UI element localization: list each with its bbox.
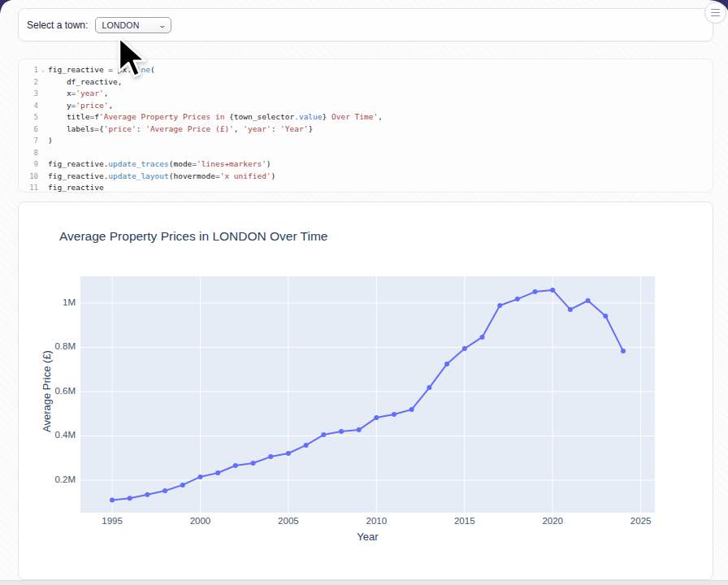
data-point-marker [110,498,115,503]
town-selector-label: Select a town: [27,20,88,31]
code-line[interactable]: 7) [19,135,713,147]
data-point-marker [410,407,414,412]
x-tick-label: 2010 [358,516,394,526]
code-text: fig_reactive [48,182,713,194]
line-number: 6 [19,124,38,136]
code-text: fig_reactive = px.line( [48,64,713,76]
plot-area[interactable] [80,276,655,513]
code-text: fig_reactive.update_layout(hovermode='x … [48,171,713,183]
line-number: 8 [19,147,38,159]
data-point-marker [321,432,326,437]
horizontal-scrollbar-track[interactable] [0,580,728,585]
mouse-cursor-icon [117,37,147,83]
code-text: y='price', [48,100,713,112]
data-point-marker [357,427,362,432]
data-point-marker [568,307,573,312]
y-axis-title: Average Price (£) [41,302,53,481]
code-line[interactable]: 5 title=f'Average Property Prices in {to… [19,111,713,124]
gutter-spacer [38,100,48,112]
gutter-spacer [38,182,48,194]
line-number: 9 [19,158,38,171]
code-text: df_reactive, [48,76,713,89]
cell-menu-button[interactable] [704,2,726,24]
data-point-marker [444,362,449,366]
data-point-marker [480,335,485,340]
line-number: 5 [19,111,38,124]
code-text: x='year', [48,88,713,100]
code-line[interactable]: 9fig_reactive.update_traces(mode='lines+… [19,158,713,171]
data-point-marker [497,303,502,308]
data-point-marker [198,474,203,479]
x-tick-label: 2005 [271,516,306,526]
line-number: 4 [19,100,38,112]
code-line[interactable]: 8 [19,147,713,159]
line-number: 3 [19,88,38,100]
code-line[interactable]: 3 x='year', [19,88,713,100]
data-point-marker [586,298,591,303]
x-axis-title: Year [80,531,655,543]
gutter-spacer [38,88,48,100]
gutter-spacer [38,158,48,171]
page-corner-decoration [0,0,13,14]
hamburger-icon [711,9,720,11]
data-point-marker [233,463,238,468]
price-line-series [80,276,655,513]
x-tick-label: 2020 [535,516,570,526]
code-text: ) [48,135,713,147]
x-tick-label: 2025 [623,516,659,526]
data-point-marker [550,288,555,292]
gutter-spacer [38,124,48,136]
data-point-marker [515,297,520,301]
data-point-marker [339,429,344,434]
code-text: title=f'Average Property Prices in {town… [48,111,713,124]
code-line[interactable]: 10fig_reactive.update_layout(hovermode='… [19,171,713,183]
data-point-marker [128,496,132,500]
data-point-marker [603,314,608,318]
x-tick-label: 1995 [94,516,130,526]
data-point-marker [392,412,396,417]
town-selector-value: LONDON [102,20,139,30]
code-line[interactable]: 11fig_reactive [19,182,713,194]
gutter-spacer [38,135,48,147]
line-number: 11 [19,182,38,194]
data-point-marker [251,461,256,466]
data-point-marker [286,451,291,456]
data-point-marker [145,492,150,497]
code-text [48,147,713,159]
data-point-marker [304,443,309,448]
data-point-marker [180,483,185,488]
chart-title: Average Property Prices in LONDON Over T… [59,229,328,244]
x-tick-label: 2000 [182,516,218,526]
x-tick-label: 2015 [447,516,483,526]
line-number: 2 [19,76,38,89]
line-number: 7 [19,135,38,147]
gutter-spacer [38,147,48,159]
line-number: 1 [19,64,38,76]
data-point-marker [268,454,273,459]
data-point-marker [533,289,538,294]
line-number: 10 [19,171,38,183]
data-point-marker [374,415,379,420]
gutter-spacer [38,171,48,183]
fold-chevron-icon[interactable]: ⌄ [38,64,48,76]
data-point-marker [427,385,431,390]
data-point-marker [162,488,167,493]
gutter-spacer [38,111,48,124]
code-line[interactable]: 4 y='price', [19,100,713,112]
town-selector-dropdown[interactable]: LONDON ⌄ [95,17,171,33]
code-line[interactable]: 6 labels={'price': 'Average Price (£)', … [19,124,713,136]
data-point-marker [215,470,220,475]
chevron-down-icon: ⌄ [158,21,167,29]
code-text: fig_reactive.update_traces(mode='lines+m… [48,158,713,171]
data-point-marker [621,349,626,353]
code-text: labels={'price': 'Average Price (£)', 'y… [48,124,713,136]
code-editor[interactable]: 1⌄fig_reactive = px.line(2 df_reactive,3… [19,64,713,194]
chart-output-cell: Average Property Prices in LONDON Over T… [18,202,713,580]
data-point-marker [462,346,467,351]
gutter-spacer [38,76,48,89]
